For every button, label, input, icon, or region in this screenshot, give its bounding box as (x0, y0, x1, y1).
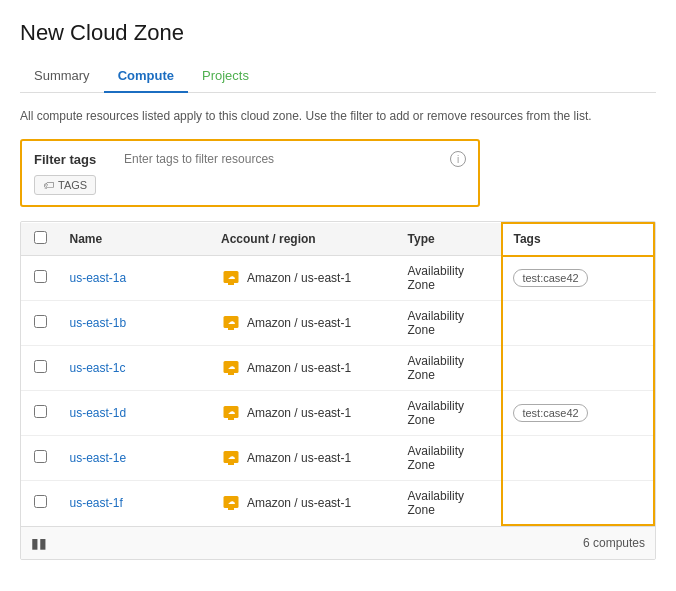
aws-icon: ☁ (221, 449, 241, 467)
row-checkbox-cell (21, 391, 59, 436)
row-account: ☁Amazon / us-east-1 (211, 481, 398, 526)
row-tags (502, 481, 654, 526)
row-name[interactable]: us-east-1f (59, 481, 211, 526)
aws-icon: ☁ (221, 314, 241, 332)
tab-projects[interactable]: Projects (188, 60, 263, 93)
filter-input[interactable] (124, 152, 440, 166)
row-tags (502, 301, 654, 346)
row-type: Availability Zone (398, 301, 503, 346)
row-tags (502, 436, 654, 481)
row-checkbox-cell (21, 481, 59, 526)
row-account: ☁Amazon / us-east-1 (211, 256, 398, 301)
row-tags: test:case42 (502, 256, 654, 301)
account-text: Amazon / us-east-1 (247, 316, 351, 330)
table-row: us-east-1c☁Amazon / us-east-1Availabilit… (21, 346, 654, 391)
row-checkbox-cell (21, 346, 59, 391)
row-checkbox[interactable] (34, 360, 47, 373)
svg-text:☁: ☁ (228, 498, 235, 505)
row-name[interactable]: us-east-1d (59, 391, 211, 436)
row-checkbox[interactable] (34, 270, 47, 283)
header-account: Account / region (211, 223, 398, 256)
tab-bar: Summary Compute Projects (20, 60, 656, 93)
tab-compute[interactable]: Compute (104, 60, 188, 93)
row-name[interactable]: us-east-1c (59, 346, 211, 391)
account-text: Amazon / us-east-1 (247, 496, 351, 510)
table-row: us-east-1b☁Amazon / us-east-1Availabilit… (21, 301, 654, 346)
page-title: New Cloud Zone (20, 20, 656, 46)
table-header-row: Name Account / region Type Tags (21, 223, 654, 256)
row-name-link[interactable]: us-east-1b (69, 316, 126, 330)
svg-text:☁: ☁ (228, 408, 235, 415)
info-icon[interactable]: i (450, 151, 466, 167)
aws-icon: ☁ (221, 359, 241, 377)
tab-summary[interactable]: Summary (20, 60, 104, 93)
tag-icon: 🏷 (43, 179, 54, 191)
tag-badge: test:case42 (513, 404, 587, 422)
aws-icon: ☁ (221, 404, 241, 422)
page-description: All compute resources listed apply to th… (20, 107, 656, 125)
row-tags: test:case42 (502, 391, 654, 436)
svg-rect-14 (228, 463, 234, 465)
footer-count: 6 computes (583, 536, 645, 550)
page-container: New Cloud Zone Summary Compute Projects … (0, 0, 676, 570)
aws-icon: ☁ (221, 269, 241, 287)
row-checkbox-cell (21, 436, 59, 481)
row-type: Availability Zone (398, 256, 503, 301)
select-all-checkbox[interactable] (34, 231, 47, 244)
row-type: Availability Zone (398, 346, 503, 391)
row-name-link[interactable]: us-east-1e (69, 451, 126, 465)
svg-rect-8 (228, 373, 234, 375)
row-name-link[interactable]: us-east-1d (69, 406, 126, 420)
svg-rect-11 (228, 418, 234, 420)
row-name-link[interactable]: us-east-1a (69, 271, 126, 285)
compute-table: Name Account / region Type Tags us-east-… (20, 221, 656, 560)
row-checkbox[interactable] (34, 405, 47, 418)
row-checkbox-cell (21, 301, 59, 346)
row-account: ☁Amazon / us-east-1 (211, 346, 398, 391)
svg-rect-5 (228, 328, 234, 330)
row-tags (502, 346, 654, 391)
table-footer: ▮▮ 6 computes (21, 526, 655, 559)
account-text: Amazon / us-east-1 (247, 451, 351, 465)
tag-badge: test:case42 (513, 269, 587, 287)
aws-icon: ☁ (221, 494, 241, 512)
account-text: Amazon / us-east-1 (247, 271, 351, 285)
svg-text:☁: ☁ (228, 318, 235, 325)
tags-button-label: TAGS (58, 179, 87, 191)
tags-button[interactable]: 🏷 TAGS (34, 175, 96, 195)
row-name[interactable]: us-east-1a (59, 256, 211, 301)
svg-text:☁: ☁ (228, 363, 235, 370)
row-type: Availability Zone (398, 436, 503, 481)
header-tags: Tags (502, 223, 654, 256)
row-checkbox[interactable] (34, 315, 47, 328)
table-row: us-east-1d☁Amazon / us-east-1Availabilit… (21, 391, 654, 436)
row-type: Availability Zone (398, 481, 503, 526)
table-row: us-east-1a☁Amazon / us-east-1Availabilit… (21, 256, 654, 301)
tags-button-row: 🏷 TAGS (34, 175, 466, 195)
filter-input-row: Filter tags i (34, 151, 466, 167)
header-type: Type (398, 223, 503, 256)
row-account: ☁Amazon / us-east-1 (211, 301, 398, 346)
svg-text:☁: ☁ (228, 453, 235, 460)
row-name[interactable]: us-east-1b (59, 301, 211, 346)
account-text: Amazon / us-east-1 (247, 406, 351, 420)
row-checkbox[interactable] (34, 450, 47, 463)
table-row: us-east-1e☁Amazon / us-east-1Availabilit… (21, 436, 654, 481)
filter-label: Filter tags (34, 152, 114, 167)
svg-rect-17 (228, 508, 234, 510)
svg-text:☁: ☁ (228, 273, 235, 280)
footer-icon: ▮▮ (31, 535, 47, 551)
header-checkbox-col (21, 223, 59, 256)
row-type: Availability Zone (398, 391, 503, 436)
svg-rect-2 (228, 283, 234, 285)
row-name-link[interactable]: us-east-1f (69, 496, 122, 510)
header-name: Name (59, 223, 211, 256)
table-row: us-east-1f☁Amazon / us-east-1Availabilit… (21, 481, 654, 526)
row-checkbox[interactable] (34, 495, 47, 508)
row-account: ☁Amazon / us-east-1 (211, 436, 398, 481)
row-name[interactable]: us-east-1e (59, 436, 211, 481)
filter-box: Filter tags i 🏷 TAGS (20, 139, 480, 207)
row-name-link[interactable]: us-east-1c (69, 361, 125, 375)
account-text: Amazon / us-east-1 (247, 361, 351, 375)
row-account: ☁Amazon / us-east-1 (211, 391, 398, 436)
